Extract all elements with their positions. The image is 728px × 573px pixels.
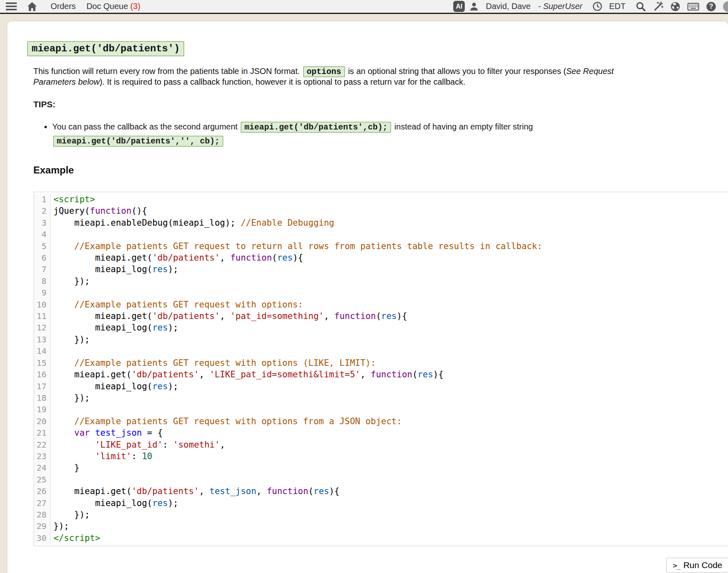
line-number: 24 — [34, 462, 51, 474]
doc-queue-count-badge: (3) — [130, 2, 140, 11]
inline-code: options — [303, 66, 345, 77]
inline-code: mieapi.get('db/patients',cb); — [241, 122, 391, 133]
line-number: 25 — [34, 474, 51, 485]
help-icon[interactable]: ? — [706, 1, 716, 12]
code-editor[interactable]: 1<script>2jQuery(function(){3 mieapi.ena… — [33, 192, 728, 546]
code-line-text — [51, 404, 59, 415]
code-line[interactable]: 16 mieapi.get('db/patients', 'LIKE_pat_i… — [34, 369, 728, 380]
line-number: 2 — [34, 205, 51, 217]
code-line[interactable]: 24 } — [34, 462, 728, 474]
code-line[interactable]: 12 mieapi_log(res); — [34, 322, 728, 333]
code-line[interactable]: 8 }); — [34, 275, 728, 287]
keyboard-icon[interactable] — [687, 1, 699, 12]
code-line-text: mieapi.get('db/patients', test_json, fun… — [51, 485, 339, 497]
code-line[interactable]: 7 mieapi_log(res); — [34, 263, 728, 275]
code-line-text: mieapi.get('db/patients', 'LIKE_pat_id=s… — [51, 369, 443, 380]
svg-text:?: ? — [709, 2, 713, 10]
code-line-text: mieapi.get('db/patients', function(res){ — [51, 252, 303, 263]
code-line-text: 'LIKE_pat_id': 'somethi', — [51, 439, 225, 451]
doc-queue-label: Doc Queue — [86, 2, 128, 11]
code-line-text: }); — [51, 509, 90, 520]
code-line[interactable]: 6 mieapi.get('db/patients', function(res… — [34, 252, 728, 263]
topbar: Orders Doc Queue (3) AI David, Dave - Su… — [0, 0, 728, 14]
line-number: 6 — [34, 252, 51, 263]
line-number: 20 — [34, 416, 51, 427]
ai-badge[interactable]: AI — [453, 1, 465, 12]
page-background: mieapi.get('db/patients') This function … — [0, 14, 728, 573]
topbar-right: AI David, Dave - SuperUser EDT — [453, 1, 728, 12]
search-icon[interactable] — [635, 1, 646, 12]
line-number: 13 — [34, 334, 51, 345]
hamburger-menu-icon[interactable] — [6, 2, 17, 11]
nav-doc-queue[interactable]: Doc Queue (3) — [86, 2, 140, 11]
code-line[interactable]: 15 //Example patients GET request with o… — [34, 357, 728, 369]
code-line-text: <script> — [51, 194, 95, 205]
code-line[interactable]: 3 mieapi.enableDebug(mieapi_log); //Enab… — [34, 217, 728, 229]
code-line-text: </script> — [51, 532, 100, 544]
line-number: 30 — [34, 532, 51, 544]
code-line[interactable]: 11 mieapi.get('db/patients', 'pat_id=som… — [34, 310, 728, 322]
globe-icon[interactable] — [670, 1, 681, 12]
code-line[interactable]: 1<script> — [34, 194, 728, 205]
code-line[interactable]: 21 var test_json = { — [34, 427, 728, 439]
run-code-button[interactable]: >_ Run Code — [666, 558, 728, 573]
code-line[interactable]: 18 }); — [34, 392, 728, 404]
code-line-text: //Example patients GET request to return… — [51, 240, 542, 252]
code-line[interactable]: 4 — [34, 229, 728, 240]
code-line[interactable]: 17 mieapi_log(res); — [34, 381, 728, 392]
line-number: 26 — [34, 485, 51, 497]
line-number: 18 — [34, 392, 51, 404]
nav-orders[interactable]: Orders — [51, 2, 76, 11]
avatar-partial-icon[interactable] — [723, 1, 728, 12]
line-number: 11 — [34, 310, 51, 322]
code-line-text: mieapi_log(res); — [51, 381, 178, 392]
code-line[interactable]: 13 }); — [34, 334, 728, 345]
line-number: 12 — [34, 322, 51, 333]
code-line-text: } — [51, 462, 79, 474]
intro-paragraph: This function will return every row from… — [33, 66, 721, 87]
line-number: 9 — [34, 287, 51, 298]
code-line-text: }); — [51, 520, 69, 532]
code-line-text: mieapi_log(res); — [51, 497, 178, 509]
code-line[interactable]: 28 }); — [34, 509, 728, 520]
code-line-text: //Example patients GET request with opti… — [51, 299, 303, 310]
tips-heading: TIPS: — [33, 99, 721, 109]
code-line[interactable]: 22 'LIKE_pat_id': 'somethi', — [34, 439, 728, 451]
line-number: 17 — [34, 381, 51, 392]
line-number: 3 — [34, 217, 51, 229]
code-line[interactable]: 27 mieapi_log(res); — [34, 497, 728, 509]
code-line[interactable]: 14 — [34, 345, 728, 357]
code-line[interactable]: 29}); — [34, 520, 728, 532]
code-line[interactable]: 20 //Example patients GET request with o… — [34, 416, 728, 427]
code-line-text: var test_json = { — [51, 427, 163, 439]
code-line-text: }); — [51, 275, 90, 287]
page-title: mieapi.get('db/patients') — [27, 41, 184, 56]
tips-list: You can pass the callback as the second … — [33, 120, 721, 148]
code-line[interactable]: 10 //Example patients GET request with o… — [34, 299, 728, 310]
code-line[interactable]: 19 — [34, 404, 728, 415]
magic-wand-icon[interactable] — [653, 1, 663, 12]
code-line[interactable]: 26 mieapi.get('db/patients', test_json, … — [34, 485, 728, 497]
code-line[interactable]: 23 'limit': 10 — [34, 451, 728, 462]
line-number: 1 — [34, 194, 51, 205]
clock-icon[interactable] — [592, 1, 603, 12]
line-number: 29 — [34, 520, 51, 532]
code-line[interactable]: 5 //Example patients GET request to retu… — [34, 240, 728, 252]
user-icon[interactable] — [469, 1, 479, 12]
code-line-text: mieapi.enableDebug(mieapi_log); //Enable… — [51, 217, 334, 229]
code-line-text: mieapi_log(res); — [51, 322, 178, 333]
code-line[interactable]: 25 — [34, 474, 728, 485]
content-card: mieapi.get('db/patients') This function … — [7, 21, 728, 573]
line-number: 7 — [34, 263, 51, 275]
line-number: 8 — [34, 275, 51, 287]
code-line[interactable]: 9 — [34, 287, 728, 298]
home-icon[interactable] — [27, 2, 37, 12]
code-line-text: 'limit': 10 — [51, 451, 152, 462]
code-line[interactable]: 2jQuery(function(){ — [34, 205, 728, 217]
code-line[interactable]: 30</script> — [34, 532, 728, 544]
line-number: 5 — [34, 240, 51, 252]
user-name: David, Dave — [486, 2, 531, 11]
line-number: 4 — [34, 229, 51, 240]
line-number: 19 — [34, 404, 51, 415]
code-line-text: jQuery(function(){ — [51, 205, 147, 217]
